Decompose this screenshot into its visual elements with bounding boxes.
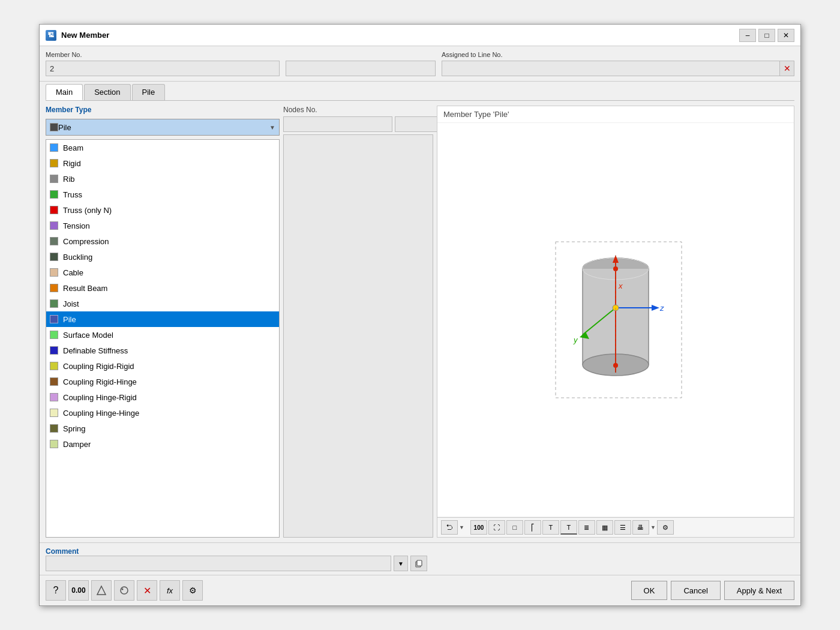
member-type-dropdown[interactable]: Pile ▼ bbox=[46, 119, 280, 136]
list-item[interactable]: Spring bbox=[46, 421, 279, 436]
list-item-pile-selected[interactable]: Pile bbox=[46, 311, 279, 327]
numeric-button[interactable]: 0.00 bbox=[68, 580, 89, 601]
list-item[interactable]: Coupling Rigid-Rigid bbox=[46, 358, 279, 374]
list-item[interactable]: Truss (only N) bbox=[46, 202, 279, 218]
settings-button[interactable]: ⚙ bbox=[657, 520, 674, 535]
top-fields-row: Member No. Assigned to Line No. ✕ bbox=[40, 46, 800, 82]
view-side-button[interactable]: ⎡ bbox=[524, 520, 541, 535]
list-item[interactable]: Definable Stiffness bbox=[46, 343, 279, 358]
view3d-button[interactable]: □ bbox=[506, 520, 523, 535]
item-color-def-stiff bbox=[50, 346, 58, 355]
tab-main[interactable]: Main bbox=[46, 84, 83, 100]
svg-point-25 bbox=[122, 589, 124, 590]
apply-next-button[interactable]: Apply & Next bbox=[724, 581, 794, 600]
dialog-title: New Member bbox=[61, 31, 734, 40]
cancel-button[interactable]: Cancel bbox=[671, 581, 720, 600]
list-item[interactable]: Tension bbox=[46, 218, 279, 233]
item-label-crh: Coupling Rigid-Hinge bbox=[63, 377, 137, 386]
list-item[interactable]: Surface Model bbox=[46, 327, 279, 343]
assigned-input[interactable] bbox=[442, 61, 780, 76]
print-dropdown[interactable]: ▼ bbox=[650, 524, 656, 530]
svg-rect-22 bbox=[417, 560, 422, 566]
member-no-input[interactable] bbox=[46, 61, 280, 76]
list-item[interactable]: Buckling bbox=[46, 249, 279, 265]
select-tool-dropdown[interactable]: ▼ bbox=[459, 524, 464, 530]
item-label-cable: Cable bbox=[63, 268, 83, 277]
app-icon: 🏗 bbox=[46, 30, 56, 41]
settings2-button[interactable]: ⚙ bbox=[182, 580, 203, 601]
text-label-button[interactable]: T bbox=[542, 520, 559, 535]
middle-field-group bbox=[286, 51, 436, 76]
item-label-chh: Coupling Hinge-Hinge bbox=[63, 409, 139, 418]
list-item[interactable]: Rigid bbox=[46, 155, 279, 171]
item-label-damper: Damper bbox=[63, 440, 91, 449]
grid-button[interactable]: ≣ bbox=[578, 520, 595, 535]
item-label-result-beam: Result Beam bbox=[63, 284, 107, 293]
delete-button[interactable]: ✕ bbox=[137, 580, 157, 601]
dropdown-color-icon bbox=[50, 123, 58, 131]
print-button[interactable]: 🖶 bbox=[632, 520, 649, 535]
comment-dropdown-button[interactable]: ▼ bbox=[394, 556, 408, 571]
item-color-tension bbox=[50, 221, 58, 230]
list-item[interactable]: Rib bbox=[46, 171, 279, 187]
item-label-beam: Beam bbox=[63, 143, 83, 152]
help-button[interactable]: ? bbox=[46, 580, 66, 601]
preview-svg: y z x bbox=[437, 123, 794, 517]
title-controls: – □ ✕ bbox=[739, 29, 794, 42]
item-color-buckling bbox=[50, 253, 58, 261]
item-color-spring bbox=[50, 424, 58, 433]
text-label2-button[interactable]: T bbox=[560, 520, 577, 535]
geometry-button[interactable] bbox=[91, 580, 112, 601]
member-type-list[interactable]: Beam Rigid Rib Truss Truss (only N) bbox=[46, 139, 280, 538]
nodes-inputs-row bbox=[283, 116, 433, 132]
item-label-truss-n: Truss (only N) bbox=[63, 206, 112, 215]
list-item[interactable]: Beam bbox=[46, 140, 279, 155]
item-label-surface: Surface Model bbox=[63, 331, 113, 340]
list-item[interactable]: Damper bbox=[46, 436, 279, 452]
node-start-input[interactable] bbox=[283, 116, 392, 132]
select-tool-button[interactable]: ⮌ bbox=[441, 520, 458, 535]
preview-toolbar: ⮌ ▼ 100 ⛶ □ ⎡ T T ≣ ▦ ☰ 🖶 ▼ ⚙ bbox=[437, 517, 794, 537]
list-item[interactable]: Cable bbox=[46, 265, 279, 280]
table-button[interactable]: ▦ bbox=[596, 520, 613, 535]
item-color-crr bbox=[50, 362, 58, 370]
list-item[interactable]: Coupling Rigid-Hinge bbox=[46, 374, 279, 389]
item-color-rib bbox=[50, 175, 58, 183]
clear-assigned-button[interactable]: ✕ bbox=[780, 61, 794, 76]
minimize-button[interactable]: – bbox=[739, 29, 756, 42]
tab-pile[interactable]: Pile bbox=[132, 84, 166, 100]
comment-group: Comment ▼ bbox=[46, 547, 427, 571]
comment-input[interactable] bbox=[46, 556, 391, 571]
svg-text:y: y bbox=[573, 335, 578, 344]
close-button[interactable]: ✕ bbox=[778, 29, 794, 42]
ok-button[interactable]: OK bbox=[631, 581, 668, 600]
list-item[interactable]: Joist bbox=[46, 296, 279, 311]
dropdown-arrow-icon: ▼ bbox=[269, 124, 275, 131]
item-label-rib: Rib bbox=[63, 175, 75, 184]
item-label-rigid: Rigid bbox=[63, 159, 81, 168]
middle-input[interactable] bbox=[286, 61, 436, 76]
item-color-joist bbox=[50, 299, 58, 308]
function-button[interactable]: fx bbox=[160, 580, 180, 601]
maximize-button[interactable]: □ bbox=[758, 29, 775, 42]
item-color-truss bbox=[50, 190, 58, 199]
item-color-chh bbox=[50, 409, 58, 417]
comment-copy-button[interactable] bbox=[410, 556, 427, 571]
zoom-100-button[interactable]: 100 bbox=[470, 520, 487, 535]
list-item[interactable]: Result Beam bbox=[46, 280, 279, 296]
list-item[interactable]: Truss bbox=[46, 187, 279, 202]
list-item[interactable]: Coupling Hinge-Hinge bbox=[46, 405, 279, 421]
list-item[interactable]: Compression bbox=[46, 233, 279, 249]
render-button[interactable] bbox=[114, 580, 134, 601]
svg-text:z: z bbox=[659, 304, 664, 313]
list-button[interactable]: ☰ bbox=[614, 520, 631, 535]
item-color-chr bbox=[50, 393, 58, 401]
member-no-group: Member No. bbox=[46, 51, 280, 76]
list-item[interactable]: Coupling Hinge-Rigid bbox=[46, 389, 279, 405]
tab-section[interactable]: Section bbox=[84, 84, 130, 100]
fit-button[interactable]: ⛶ bbox=[488, 520, 505, 535]
item-color-surface bbox=[50, 331, 58, 339]
bottom-bar: ? 0.00 ✕ fx ⚙ OK Cancel Apply & Next bbox=[40, 575, 800, 605]
svg-marker-23 bbox=[97, 586, 106, 595]
assigned-label: Assigned to Line No. bbox=[442, 51, 794, 58]
